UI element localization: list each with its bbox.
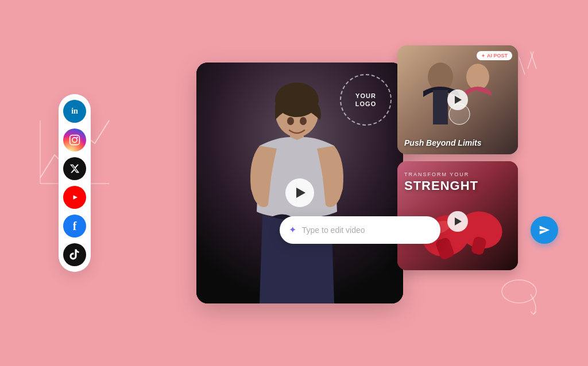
badge-text: AI POST — [487, 53, 508, 59]
top-card-overlay: Push Beyond Limits — [404, 138, 482, 147]
send-icon — [539, 224, 550, 236]
main-container: in f — [76, 45, 512, 321]
bottom-card-big-text: STRENGHT — [404, 178, 478, 193]
logo-text: YOUR LOGO — [355, 92, 376, 108]
svg-point-17 — [300, 117, 307, 125]
bottom-card-overlay: TRANSFORM YOUR STRENGHT — [404, 172, 478, 193]
ai-post-badge: ✦ AI POST — [477, 51, 512, 60]
send-button[interactable] — [531, 216, 558, 244]
badge-star: ✦ — [481, 53, 485, 59]
svg-rect-6 — [70, 135, 80, 145]
top-card-play-button[interactable] — [447, 89, 468, 110]
facebook-icon[interactable]: f — [63, 215, 86, 237]
top-card-text: Push Beyond Limits — [404, 138, 482, 147]
bottom-card-play-button[interactable] — [447, 211, 468, 232]
youtube-svg — [69, 193, 80, 201]
sparkle-icon: ✦ — [289, 224, 296, 235]
right-card-column: ✦ AI POST Push Beyond Limits — [397, 45, 518, 321]
svg-point-18 — [293, 84, 310, 104]
edit-bar-placeholder: Type to edit video — [302, 225, 431, 235]
svg-line-4 — [519, 57, 525, 75]
x-svg — [69, 163, 80, 174]
instagram-svg — [69, 134, 80, 146]
twitter-icon[interactable] — [63, 157, 86, 180]
logo-placeholder: YOUR LOGO — [340, 74, 392, 126]
svg-line-2 — [531, 52, 536, 69]
main-video-card: YOUR LOGO — [196, 63, 403, 303]
svg-line-3 — [528, 52, 533, 69]
linkedin-symbol: in — [71, 107, 78, 116]
svg-point-22 — [466, 64, 489, 90]
video-edit-bar[interactable]: ✦ Type to edit video — [280, 216, 440, 244]
youtube-icon[interactable] — [63, 186, 86, 209]
instagram-icon[interactable] — [63, 129, 86, 151]
linkedin-icon[interactable]: in — [63, 100, 86, 123]
main-play-button[interactable] — [285, 178, 314, 207]
social-panel: in f — [59, 94, 91, 272]
tiktok-icon[interactable] — [63, 243, 86, 266]
svg-point-16 — [287, 117, 294, 125]
top-side-card[interactable]: ✦ AI POST Push Beyond Limits — [397, 45, 518, 154]
tiktok-svg — [69, 249, 80, 260]
svg-point-7 — [72, 138, 77, 142]
svg-rect-21 — [433, 90, 448, 124]
facebook-symbol: f — [73, 220, 77, 233]
top-card-bg: ✦ AI POST Push Beyond Limits — [397, 45, 518, 154]
svg-point-8 — [76, 137, 78, 138]
bottom-card-label: TRANSFORM YOUR — [404, 172, 478, 177]
